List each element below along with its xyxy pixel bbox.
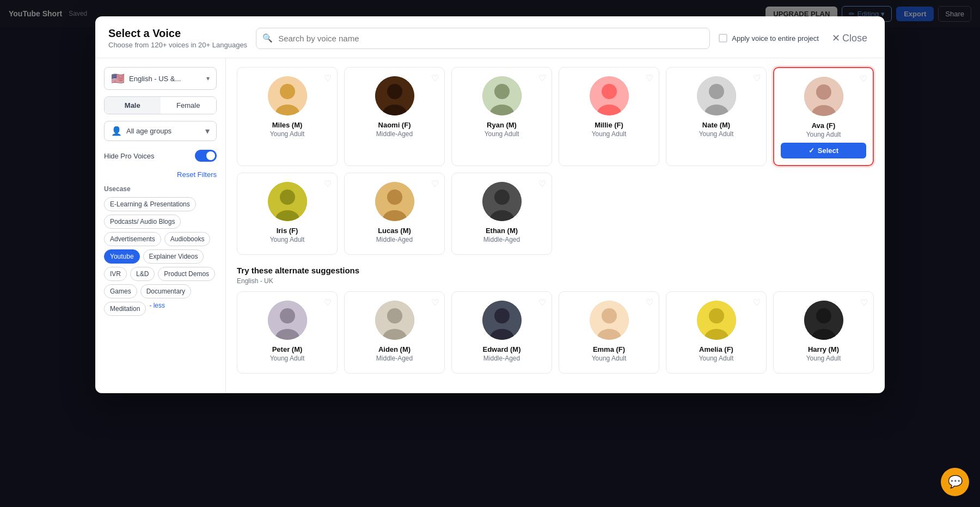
- voice-card-edward[interactable]: ♡ Edward (M) Middle-Aged: [451, 291, 552, 374]
- tag-ivr[interactable]: IVR: [104, 267, 127, 281]
- voice-age-harry: Young Adult: [806, 355, 841, 362]
- hide-pro-row: Hide Pro Voices: [104, 150, 217, 162]
- voice-name-iris: Iris (F): [277, 227, 298, 235]
- avatar-millie: [590, 76, 629, 115]
- heart-icon-edward[interactable]: ♡: [538, 297, 546, 308]
- voice-card-ethan[interactable]: ♡ Ethan (M) Middle-Aged: [451, 173, 552, 255]
- tag-product[interactable]: Product Demos: [158, 267, 215, 281]
- check-icon: ✓: [808, 146, 814, 155]
- voice-age-miles: Young Adult: [270, 130, 305, 138]
- voice-name-aiden: Aiden (M): [378, 345, 411, 353]
- tag-ads[interactable]: Advertisements: [104, 232, 161, 246]
- tag-explainer[interactable]: Explainer Videos: [143, 249, 204, 264]
- heart-icon-lucas[interactable]: ♡: [431, 179, 439, 189]
- modal-main: ♡ Miles (M) Young Adult ♡ Naomi (F) Midd…: [226, 58, 885, 393]
- heart-icon-naomi[interactable]: ♡: [431, 73, 439, 83]
- apply-voice-checkbox[interactable]: [719, 34, 727, 42]
- tag-youtube[interactable]: Youtube: [104, 249, 140, 264]
- svg-point-37: [602, 308, 617, 323]
- heart-icon-nate[interactable]: ♡: [753, 73, 761, 83]
- age-group-select[interactable]: 👤 All age groups ▾: [104, 121, 217, 141]
- avatar-naomi: [375, 76, 414, 115]
- reset-filters-link[interactable]: Reset Filters: [104, 170, 217, 179]
- heart-icon-harry[interactable]: ♡: [860, 297, 868, 308]
- svg-point-7: [494, 84, 510, 99]
- avatar-peter: [268, 301, 307, 340]
- voice-age-edward: Middle-Aged: [483, 355, 520, 362]
- modal-header: Select a Voice Choose from 120+ voices i…: [95, 16, 885, 58]
- avatar-lucas: [375, 182, 414, 221]
- chat-bubble[interactable]: 💬: [941, 468, 969, 496]
- tag-meditation[interactable]: Meditation: [104, 302, 146, 316]
- tag-ld[interactable]: L&D: [130, 267, 155, 281]
- tag-games[interactable]: Games: [104, 284, 137, 298]
- apply-voice-label[interactable]: Apply voice to entire project: [719, 34, 819, 42]
- tag-podcasts[interactable]: Podcasts/ Audio Blogs: [104, 215, 181, 229]
- voice-card-peter[interactable]: ♡ Peter (M) Young Adult: [237, 291, 338, 374]
- voice-card-iris[interactable]: ♡ Iris (F) Young Adult: [237, 173, 338, 255]
- heart-icon-ryan[interactable]: ♡: [538, 73, 546, 83]
- voice-age-ethan: Middle-Aged: [483, 236, 520, 243]
- tag-audiobooks[interactable]: Audiobooks: [164, 232, 211, 246]
- voice-card-amelia[interactable]: ♡ Amelia (F) Young Adult: [666, 291, 767, 374]
- voice-name-harry: Harry (M): [808, 345, 839, 353]
- avatar-ryan: [482, 76, 522, 115]
- gender-toggle: Male Female: [104, 96, 217, 114]
- male-gender-button[interactable]: Male: [105, 97, 161, 114]
- tag-elearning[interactable]: E-Learning & Presentations: [104, 197, 196, 211]
- flag-icon: 🇺🇸: [111, 72, 125, 85]
- heart-icon-millie[interactable]: ♡: [646, 73, 653, 83]
- search-input[interactable]: [256, 28, 710, 49]
- voice-card-lucas[interactable]: ♡ Lucas (M) Middle-Aged: [344, 173, 445, 255]
- language-chevron-icon: ▾: [206, 75, 210, 82]
- age-group-text: All age groups: [126, 127, 201, 135]
- voice-name-nate: Nate (M): [702, 121, 730, 129]
- language-select[interactable]: 🇺🇸 English - US &... ▾: [104, 67, 217, 90]
- svg-point-1: [280, 84, 295, 99]
- voice-card-harry[interactable]: ♡ Harry (M) Young Adult: [773, 291, 874, 374]
- select-button-ava[interactable]: ✓ Select: [781, 143, 866, 158]
- voice-card-emma[interactable]: ♡ Emma (F) Young Adult: [559, 291, 659, 374]
- heart-icon-miles[interactable]: ♡: [324, 73, 332, 83]
- svg-point-16: [816, 84, 831, 100]
- heart-icon-iris[interactable]: ♡: [324, 179, 332, 189]
- hide-pro-toggle[interactable]: [195, 150, 217, 162]
- voice-name-naomi: Naomi (F): [378, 121, 411, 129]
- voice-card-naomi[interactable]: ♡ Naomi (F) Middle-Aged: [344, 67, 445, 166]
- heart-icon-ava[interactable]: ♡: [860, 74, 867, 84]
- language-text: English - US &...: [129, 75, 202, 83]
- heart-icon-ethan[interactable]: ♡: [538, 179, 546, 189]
- close-button[interactable]: ✕ Close: [828, 30, 872, 46]
- alternate-section-title: Try these alternate suggestions: [237, 266, 874, 275]
- svg-point-4: [387, 84, 402, 99]
- voice-card-ryan[interactable]: ♡ Ryan (M) Young Adult: [451, 67, 552, 166]
- svg-point-40: [709, 308, 724, 323]
- female-gender-button[interactable]: Female: [161, 97, 217, 114]
- voice-card-aiden[interactable]: ♡ Aiden (M) Middle-Aged: [344, 291, 445, 374]
- heart-icon-amelia[interactable]: ♡: [753, 297, 761, 308]
- voice-card-nate[interactable]: ♡ Nate (M) Young Adult: [666, 67, 767, 166]
- voice-age-peter: Young Adult: [270, 355, 305, 362]
- main-voice-grid: ♡ Miles (M) Young Adult ♡ Naomi (F) Midd…: [237, 67, 874, 255]
- avatar-iris: [268, 182, 307, 221]
- heart-icon-peter[interactable]: ♡: [324, 297, 332, 308]
- tag-documentary[interactable]: Documentary: [140, 284, 191, 298]
- less-link[interactable]: - less: [149, 302, 165, 316]
- voice-card-millie[interactable]: ♡ Millie (F) Young Adult: [559, 67, 659, 166]
- voice-age-naomi: Middle-Aged: [376, 130, 413, 138]
- svg-point-13: [709, 84, 724, 99]
- search-container: 🔍: [256, 28, 710, 49]
- voice-age-iris: Young Adult: [270, 236, 305, 243]
- tag-list: E-Learning & PresentationsPodcasts/ Audi…: [104, 197, 217, 316]
- avatar-edward: [482, 301, 522, 340]
- voice-age-aiden: Middle-Aged: [376, 355, 413, 362]
- voice-card-miles[interactable]: ♡ Miles (M) Young Adult: [237, 67, 338, 166]
- heart-icon-aiden[interactable]: ♡: [431, 297, 439, 308]
- heart-icon-emma[interactable]: ♡: [646, 297, 653, 308]
- voice-card-ava[interactable]: ♡ Ava (F) Young Adult ✓ Select: [773, 67, 874, 166]
- hide-pro-label: Hide Pro Voices: [104, 152, 155, 160]
- voice-name-ethan: Ethan (M): [486, 227, 518, 235]
- avatar-amelia: [697, 301, 736, 340]
- avatar-ethan: [482, 182, 522, 221]
- avatar-harry: [804, 301, 843, 340]
